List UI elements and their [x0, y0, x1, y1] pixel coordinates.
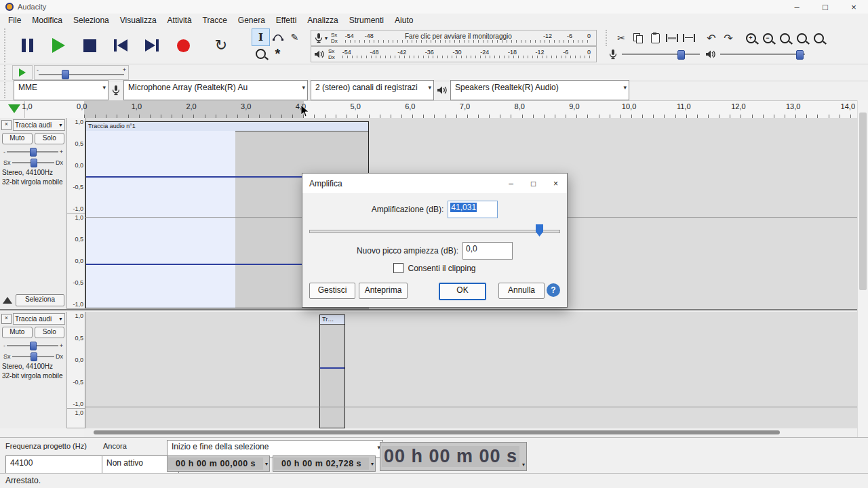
close-track-button[interactable]: × — [1, 120, 12, 130]
gain-thumb[interactable] — [30, 342, 37, 350]
gain-slider[interactable] — [7, 148, 58, 156]
recording-volume-thumb[interactable] — [677, 50, 685, 60]
menu-item[interactable]: Attività — [162, 14, 197, 26]
dialog-close-button[interactable]: × — [545, 174, 567, 193]
new-peak-input[interactable]: 0,0 — [462, 242, 513, 260]
playback-volume-thumb[interactable] — [796, 50, 804, 60]
recording-channels-select[interactable]: 2 (stereo) canali di registrazi▾ — [311, 80, 434, 100]
track-menu-button[interactable]: Traccia audi▼ — [13, 119, 65, 131]
dialog-titlebar[interactable]: Amplifica – □ × — [302, 174, 567, 193]
amplification-slider[interactable] — [309, 224, 560, 237]
menu-item[interactable]: Seleziona — [68, 14, 115, 26]
menu-item[interactable]: Aiuto — [389, 14, 418, 26]
trim-audio-button[interactable] — [664, 30, 680, 46]
audio-position-display[interactable]: 00 h 00 m 00 s▾ — [380, 442, 527, 471]
zoom-selection-button[interactable] — [776, 30, 793, 46]
pan-thumb[interactable] — [31, 352, 37, 361]
loop-button[interactable]: ↻ — [206, 29, 236, 62]
menu-item[interactable]: Genera — [233, 14, 271, 26]
undo-button[interactable]: ↶ — [703, 30, 719, 46]
pan-slider[interactable] — [12, 159, 54, 167]
multi-tool-button[interactable]: * — [269, 45, 286, 62]
skip-to-start-button[interactable] — [106, 29, 136, 62]
play-at-speed-button[interactable] — [12, 65, 33, 80]
menu-item[interactable]: Tracce — [197, 14, 233, 26]
envelope-tool-button[interactable] — [269, 29, 286, 45]
amplification-slider-thumb[interactable] — [536, 224, 543, 237]
selection-end-field[interactable]: 00 h 00 m 02,728 s▾ — [273, 455, 376, 472]
vertical-scrollbar[interactable] — [857, 100, 868, 437]
playback-meter[interactable]: SxDx -54-48-42-36-30-24-18-12-60 — [311, 46, 597, 62]
track2-vertical-ruler[interactable]: 1,00,50,0-0,5-1,0 1,0 — [67, 312, 85, 428]
solo-button[interactable]: Solo — [35, 133, 65, 144]
silence-audio-button[interactable] — [681, 30, 697, 46]
menu-item[interactable]: Effetti — [271, 14, 302, 26]
track1-vertical-ruler[interactable]: 1,00,50,0-0,5-1,0 1,00,50,0-0,5-1,0 — [67, 118, 85, 309]
recording-volume-slider[interactable] — [622, 49, 700, 59]
copy-button[interactable] — [630, 30, 646, 46]
cancel-button[interactable]: Annulla — [498, 283, 545, 299]
track2-waveform-area[interactable]: Tr… — [85, 312, 857, 428]
play-button[interactable] — [43, 29, 73, 62]
gain-slider[interactable] — [7, 342, 58, 350]
mute-button[interactable]: Muto — [2, 133, 33, 144]
minimize-button[interactable]: – — [783, 0, 811, 14]
stop-button[interactable] — [75, 29, 104, 62]
zoom-in-button[interactable]: + — [743, 30, 759, 46]
timeline-ruler[interactable]: 1,00,01,02,03,04,05,06,07,08,09,010,011,… — [0, 100, 857, 119]
menu-item[interactable]: File — [3, 14, 26, 26]
zoom-fit-button[interactable] — [793, 30, 810, 46]
clip-title[interactable]: Traccia audio n°1 — [86, 122, 368, 131]
audio-host-select[interactable]: MME▾ — [14, 80, 108, 100]
toolbar-grip[interactable] — [4, 82, 9, 98]
zoom-toggle-button[interactable] — [810, 30, 827, 46]
ok-button[interactable]: OK — [439, 283, 486, 300]
close-button[interactable]: × — [840, 0, 868, 14]
monitor-message[interactable]: Fare clic per avviare il monitoraggio — [384, 33, 532, 40]
menu-item[interactable]: Visualizza — [115, 14, 162, 26]
help-button[interactable]: ? — [547, 283, 560, 297]
selection-tool-button[interactable]: I — [252, 29, 269, 45]
select-track-button[interactable]: Seleziona — [16, 294, 64, 306]
clip-title[interactable]: Tr… — [320, 315, 344, 325]
track-menu-button[interactable]: Traccia audi▼ — [13, 313, 65, 325]
recording-device-select[interactable]: Microphone Array (Realtek(R) Au▾ — [123, 80, 308, 100]
allow-clipping-checkbox[interactable] — [393, 263, 403, 273]
selection-start-field[interactable]: 00 h 00 m 00,000 s▾ — [167, 455, 270, 472]
horizontal-scrollbar[interactable] — [84, 428, 857, 437]
playback-device-select[interactable]: Speakers (Realtek(R) Audio)▾ — [450, 80, 629, 100]
preview-button[interactable]: Anteprima — [359, 283, 408, 299]
menu-item[interactable]: Modifica — [26, 14, 68, 26]
toolbar-grip[interactable] — [606, 30, 610, 46]
redo-button[interactable]: ↷ — [720, 30, 736, 46]
pan-thumb[interactable] — [31, 159, 37, 167]
record-button[interactable] — [168, 29, 198, 62]
playback-volume-slider[interactable] — [720, 49, 805, 59]
dialog-minimize-button[interactable]: – — [500, 174, 522, 193]
manage-button[interactable]: Gestisci — [309, 283, 355, 299]
toolbar-grip[interactable] — [4, 28, 9, 62]
cut-button[interactable]: ✂ — [613, 30, 629, 46]
zoom-tool-button[interactable] — [252, 45, 269, 62]
paste-button[interactable] — [647, 30, 663, 46]
close-track-button[interactable]: × — [1, 314, 12, 324]
solo-button[interactable]: Solo — [35, 327, 65, 338]
vertical-scrollbar-thumb[interactable] — [859, 113, 867, 290]
recording-meter[interactable]: ▾ SxDx -54-48 Fare clic per avviare il m… — [311, 30, 597, 46]
gain-thumb[interactable] — [30, 148, 37, 157]
mute-button[interactable]: Muto — [2, 327, 33, 338]
pause-button[interactable] — [12, 29, 42, 62]
collapse-track-icon[interactable] — [3, 297, 12, 304]
amplification-input[interactable]: 41,031 — [448, 201, 498, 218]
meter-dropdown-icon[interactable]: ▾ — [325, 35, 328, 41]
audio-clip[interactable]: Tr… — [319, 314, 345, 428]
skip-to-end-button[interactable] — [137, 29, 167, 62]
maximize-button[interactable]: □ — [811, 0, 840, 14]
selection-region[interactable] — [86, 131, 235, 308]
speed-slider[interactable]: - + — [34, 65, 129, 80]
pan-slider[interactable] — [12, 352, 54, 361]
toolbar-grip[interactable] — [4, 65, 9, 80]
horizontal-scrollbar-thumb[interactable] — [94, 430, 780, 434]
speed-thumb[interactable] — [62, 70, 69, 79]
dialog-maximize-button[interactable]: □ — [522, 174, 545, 193]
